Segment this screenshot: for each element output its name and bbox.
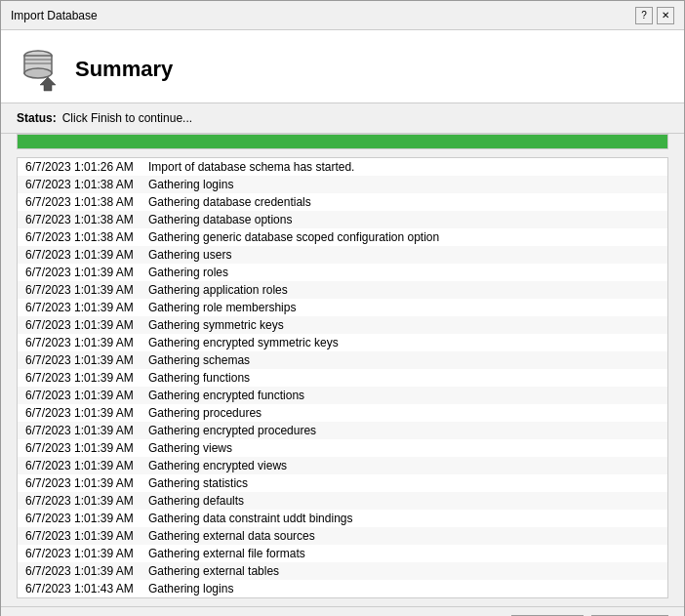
log-message: Gathering application roles [144,281,292,299]
log-message: Gathering data constraint uddt bindings [144,510,356,527]
close-button[interactable]: ✕ [657,7,674,24]
log-row: 6/7/2023 1:01:39 AMGathering users [18,246,667,264]
log-message: Gathering encrypted views [144,457,291,474]
log-row: 6/7/2023 1:01:39 AMGathering schemas [18,351,667,369]
log-timestamp: 6/7/2023 1:01:39 AM [18,562,144,580]
svg-point-2 [24,68,52,78]
log-timestamp: 6/7/2023 1:01:38 AM [18,211,144,228]
log-message: Gathering statistics [144,474,252,492]
log-row: 6/7/2023 1:01:39 AMGathering roles [18,264,667,281]
log-row: 6/7/2023 1:01:39 AMGathering functions [18,369,667,387]
log-entries: 6/7/2023 1:01:26 AMImport of database sc… [18,158,667,597]
log-row: 6/7/2023 1:01:39 AMGathering statistics [18,474,667,492]
log-row: 6/7/2023 1:01:38 AMGathering generic dat… [18,228,667,246]
log-row: 6/7/2023 1:01:39 AMGathering external fi… [18,545,667,562]
log-timestamp: 6/7/2023 1:01:38 AM [18,193,144,211]
log-row: 6/7/2023 1:01:38 AMGathering logins [18,176,667,193]
title-bar: Import Database ? ✕ [1,1,684,30]
log-row: 6/7/2023 1:01:39 AMGathering encrypted v… [18,457,667,474]
log-message: Gathering external file formats [144,545,309,562]
log-message: Import of database schema has started. [144,158,358,176]
log-timestamp: 6/7/2023 1:01:39 AM [18,422,144,439]
log-row: 6/7/2023 1:01:39 AMGathering encrypted p… [18,422,667,439]
progress-bar-container [17,134,668,149]
log-message: Gathering external tables [144,562,283,580]
log-timestamp: 6/7/2023 1:01:39 AM [18,474,144,492]
log-row: 6/7/2023 1:01:39 AMGathering data constr… [18,510,667,527]
log-row: 6/7/2023 1:01:39 AMGathering defaults [18,492,667,510]
log-row: 6/7/2023 1:01:39 AMGathering symmetric k… [18,316,667,334]
log-message: Gathering symmetric keys [144,316,288,334]
log-message: Gathering functions [144,369,254,387]
log-message: Gathering users [144,246,235,264]
log-timestamp: 6/7/2023 1:01:39 AM [18,264,144,281]
title-bar-controls: ? ✕ [635,7,674,24]
log-section[interactable]: 6/7/2023 1:01:26 AMImport of database sc… [17,157,668,598]
footer: Finish Cancel [1,606,684,616]
import-database-dialog: Import Database ? ✕ Summary Status: Clic… [0,0,685,616]
log-timestamp: 6/7/2023 1:01:39 AM [18,492,144,510]
log-timestamp: 6/7/2023 1:01:39 AM [18,545,144,562]
database-import-icon [17,46,63,93]
log-row: 6/7/2023 1:01:39 AMGathering views [18,439,667,457]
log-message: Gathering role memberships [144,299,300,316]
log-timestamp: 6/7/2023 1:01:26 AM [18,158,144,176]
log-message: Gathering encrypted symmetric keys [144,334,342,351]
log-message: Gathering database options [144,211,296,228]
log-message: Gathering logins [144,176,237,193]
log-timestamp: 6/7/2023 1:01:39 AM [18,316,144,334]
log-message: Gathering procedures [144,404,265,422]
log-row: 6/7/2023 1:01:39 AMGathering external da… [18,527,667,545]
log-message: Gathering roles [144,264,232,281]
status-bar: Status: Click Finish to continue... [1,103,684,134]
log-timestamp: 6/7/2023 1:01:39 AM [18,281,144,299]
log-timestamp: 6/7/2023 1:01:39 AM [18,387,144,404]
log-row: 6/7/2023 1:01:39 AMGathering encrypted f… [18,387,667,404]
log-timestamp: 6/7/2023 1:01:43 AM [18,580,144,597]
log-timestamp: 6/7/2023 1:01:39 AM [18,510,144,527]
log-row: 6/7/2023 1:01:39 AMGathering external ta… [18,562,667,580]
log-row: 6/7/2023 1:01:39 AMGathering encrypted s… [18,334,667,351]
log-row: 6/7/2023 1:01:38 AMGathering database cr… [18,193,667,211]
progress-bar-fill [18,135,667,148]
log-timestamp: 6/7/2023 1:01:39 AM [18,334,144,351]
log-message: Gathering views [144,439,236,457]
log-row: 6/7/2023 1:01:39 AMGathering procedures [18,404,667,422]
log-message: Gathering logins [144,580,237,597]
log-timestamp: 6/7/2023 1:01:39 AM [18,457,144,474]
log-message: Gathering generic database scoped config… [144,228,443,246]
log-message: Gathering external data sources [144,527,319,545]
log-timestamp: 6/7/2023 1:01:39 AM [18,299,144,316]
status-label: Status: [17,111,57,125]
log-timestamp: 6/7/2023 1:01:39 AM [18,404,144,422]
log-timestamp: 6/7/2023 1:01:39 AM [18,439,144,457]
dialog-title: Import Database [11,9,98,22]
status-text: Click Finish to continue... [62,111,192,125]
log-timestamp: 6/7/2023 1:01:38 AM [18,176,144,193]
log-row: 6/7/2023 1:01:43 AMGathering logins [18,580,667,597]
log-row: 6/7/2023 1:01:26 AMImport of database sc… [18,158,667,176]
log-timestamp: 6/7/2023 1:01:38 AM [18,228,144,246]
log-row: 6/7/2023 1:01:39 AMGathering role member… [18,299,667,316]
log-message: Gathering encrypted functions [144,387,308,404]
log-row: 6/7/2023 1:01:39 AMGathering application… [18,281,667,299]
log-message: Gathering encrypted procedures [144,422,320,439]
log-timestamp: 6/7/2023 1:01:39 AM [18,527,144,545]
log-message: Gathering defaults [144,492,248,510]
help-button[interactable]: ? [635,7,653,24]
log-timestamp: 6/7/2023 1:01:39 AM [18,369,144,387]
page-title: Summary [75,57,173,82]
log-timestamp: 6/7/2023 1:01:39 AM [18,351,144,369]
log-message: Gathering schemas [144,351,254,369]
header-section: Summary [1,30,684,103]
log-row: 6/7/2023 1:01:38 AMGathering database op… [18,211,667,228]
log-timestamp: 6/7/2023 1:01:39 AM [18,246,144,264]
log-message: Gathering database credentials [144,193,315,211]
